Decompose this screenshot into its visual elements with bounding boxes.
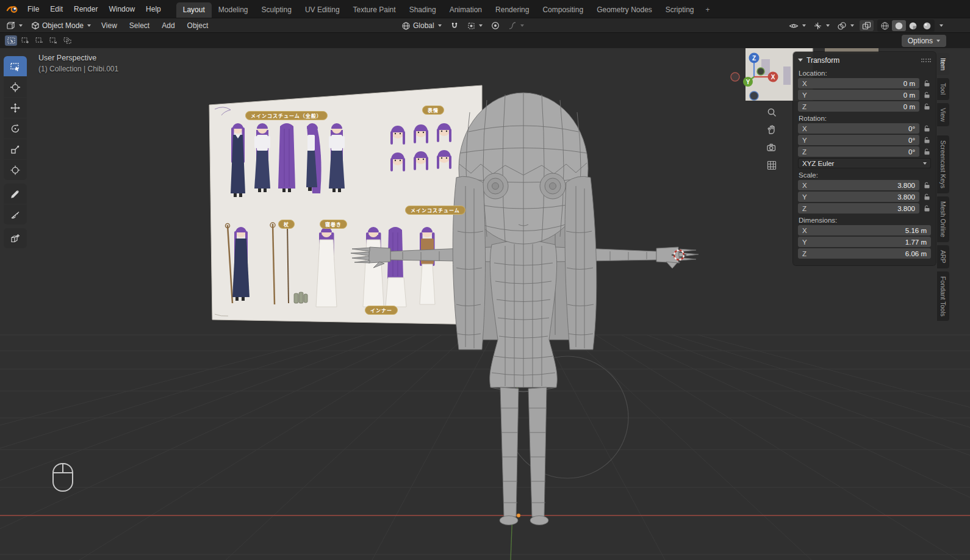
tool-move[interactable] [4, 98, 27, 118]
lock-icon[interactable] [922, 125, 931, 132]
menu-file[interactable]: File [22, 3, 45, 15]
lock-icon[interactable] [922, 92, 931, 99]
shading-material-button[interactable] [906, 20, 920, 31]
rotation-z-field[interactable]: Z 0° [798, 146, 919, 157]
viewport-menu-view[interactable]: View [96, 20, 123, 32]
snap-target-dropdown[interactable] [464, 21, 486, 31]
workspace-tab-compositing[interactable]: Compositing [536, 2, 590, 18]
menu-window[interactable]: Window [103, 3, 140, 15]
shading-solid-button[interactable] [892, 20, 906, 31]
shading-rendered-button[interactable] [920, 20, 934, 31]
dimensions-x-field[interactable]: X 5.16 m [798, 225, 931, 235]
lock-icon[interactable] [922, 205, 931, 212]
workspace-tab-uv-editing[interactable]: UV Editing [298, 2, 347, 18]
navigation-gizmo[interactable]: Z X Y [726, 48, 782, 104]
dimensions-z-field[interactable]: Z 6.06 m [798, 248, 931, 259]
proportional-editing-button[interactable] [487, 20, 503, 31]
rotation-mode-dropdown[interactable]: XYZ Euler [798, 158, 931, 168]
menu-help[interactable]: Help [140, 3, 167, 15]
gizmo-neg-x-ball[interactable] [731, 73, 739, 81]
viewport-menu-select[interactable]: Select [124, 20, 155, 32]
show-gizmo-dropdown[interactable] [811, 20, 832, 32]
lock-icon[interactable] [922, 137, 931, 144]
select-mode-subtract-button[interactable] [33, 35, 45, 46]
workspace-tab-geometry-nodes[interactable]: Geometry Nodes [590, 2, 659, 18]
proportional-falloff-dropdown[interactable] [505, 20, 528, 31]
location-y-field[interactable]: Y 0 m [798, 90, 919, 100]
shading-wireframe-button[interactable] [878, 20, 892, 31]
add-workspace-button[interactable]: + [701, 2, 715, 18]
workspace-tab-rendering[interactable]: Rendering [489, 2, 536, 18]
zoom-icon[interactable] [764, 104, 780, 120]
workspace-tab-modeling[interactable]: Modeling [212, 2, 255, 18]
scale-z-field[interactable]: Z 3.800 [798, 203, 919, 214]
shading-dropdown-chevron[interactable] [939, 24, 943, 27]
chevron-down-icon [826, 24, 830, 27]
transform-panel-header[interactable]: Transform [798, 54, 931, 66]
workspace-tab-animation[interactable]: Animation [443, 2, 489, 18]
scale-y-field[interactable]: Y 3.800 [798, 192, 919, 202]
lock-icon[interactable] [922, 193, 931, 201]
sidebar-tab-item[interactable]: Item [937, 53, 949, 75]
sidebar-tab-screencast-keys[interactable]: Screencast Keys [937, 135, 949, 193]
lock-icon[interactable] [922, 80, 931, 87]
gizmo-neg-y-ball[interactable] [757, 68, 764, 75]
tool-transform[interactable] [4, 160, 27, 180]
transform-orientation-dropdown[interactable]: Global [398, 20, 445, 32]
lock-icon[interactable] [922, 103, 931, 110]
viewport-menu-add[interactable]: Add [156, 20, 180, 32]
tool-annotate[interactable] [4, 184, 27, 204]
xray-toggle-button[interactable] [860, 20, 874, 31]
sidebar-tab-mesh-online[interactable]: Mesh Online [937, 196, 949, 242]
options-dropdown[interactable]: Options [902, 35, 946, 47]
panel-grip-icon[interactable] [921, 59, 931, 62]
chevron-down-icon [438, 24, 442, 27]
workspace-tab-layout[interactable]: Layout [176, 2, 212, 18]
scale-x-field[interactable]: X 3.800 [798, 180, 919, 190]
dimensions-y-field[interactable]: Y 1.77 m [798, 237, 931, 247]
select-mode-invert-button[interactable] [47, 35, 59, 46]
reference-image-object[interactable] [209, 85, 482, 325]
chevron-down-icon [936, 40, 940, 42]
sidebar-tab-fondant-tools[interactable]: Fondant Tools [937, 271, 949, 321]
tool-scale[interactable] [4, 139, 27, 159]
select-mode-intersect-button[interactable] [61, 35, 73, 46]
tool-cursor[interactable] [4, 77, 27, 97]
object-visibility-dropdown[interactable] [787, 20, 808, 32]
3d-viewport[interactable]: User Perspective (1) Collection | Chibi.… [0, 48, 970, 560]
location-y-row: Y 0 m [798, 90, 931, 100]
rotation-y-field[interactable]: Y 0° [798, 135, 919, 145]
camera-view-icon[interactable] [764, 140, 780, 156]
rotation-section-label: Rotation: [799, 115, 930, 122]
menu-render[interactable]: Render [68, 3, 103, 15]
blender-logo-icon[interactable] [5, 4, 20, 15]
pan-hand-icon[interactable] [764, 122, 780, 138]
workspace-tab-sculpting[interactable]: Sculpting [255, 2, 298, 18]
location-x-field[interactable]: X 0 m [798, 78, 919, 88]
mode-dropdown[interactable]: Object Mode [27, 20, 95, 31]
gizmo-neg-z-ball[interactable] [750, 92, 758, 100]
select-mode-set-button[interactable] [5, 35, 17, 46]
workspace-tab-texture-paint[interactable]: Texture Paint [347, 2, 403, 18]
tool-select-box[interactable] [4, 56, 27, 76]
workspace-tab-shading[interactable]: Shading [403, 2, 443, 18]
show-overlays-dropdown[interactable] [835, 20, 856, 32]
location-z-field[interactable]: Z 0 m [798, 101, 919, 112]
gizmo-z-label: Z [752, 55, 756, 62]
editor-type-button[interactable] [2, 20, 26, 32]
lock-icon[interactable] [922, 148, 931, 156]
tool-rotate[interactable] [4, 118, 27, 138]
lock-icon[interactable] [922, 182, 931, 189]
sidebar-tab-arp[interactable]: ARP [937, 245, 949, 268]
menu-edit[interactable]: Edit [45, 3, 68, 15]
rotation-x-field[interactable]: X 0° [798, 123, 919, 134]
workspace-tab-scripting[interactable]: Scripting [659, 2, 701, 18]
select-mode-extend-button[interactable] [19, 35, 31, 46]
toggle-orthographic-icon[interactable] [764, 157, 780, 173]
tool-add-cube[interactable] [4, 228, 27, 248]
tool-measure[interactable] [4, 204, 27, 224]
sidebar-tab-view[interactable]: View [937, 103, 949, 127]
viewport-menu-object[interactable]: Object [182, 20, 214, 32]
snap-toggle-button[interactable] [447, 20, 462, 32]
sidebar-tab-tool[interactable]: Tool [937, 78, 949, 99]
